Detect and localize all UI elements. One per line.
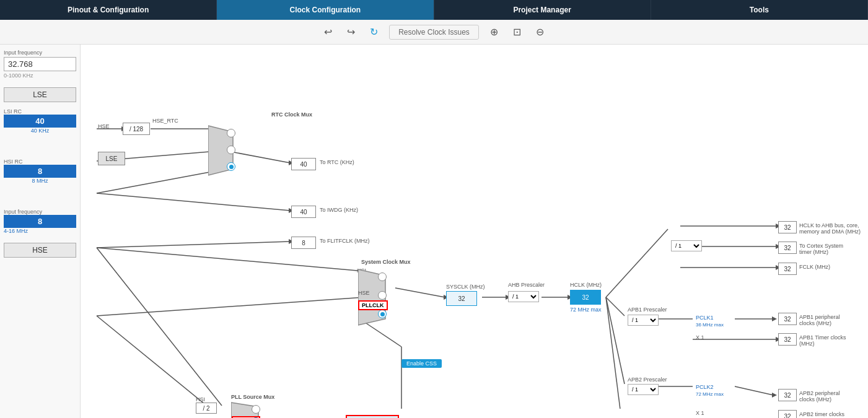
apb1-timer-label: APB1 Timer clocks (MHz): [799, 334, 854, 347]
apb1-timer-box[interactable]: 32: [778, 333, 797, 346]
pll-hsi-div2-box[interactable]: / 2: [196, 403, 217, 414]
svg-line-21: [606, 229, 668, 297]
svg-line-12: [97, 297, 364, 316]
pclk2-label: PCLK2: [696, 384, 714, 390]
pllclk-box[interactable]: PLLCLK: [358, 300, 388, 310]
sysclk-label: SYSCLK (MHz): [446, 284, 485, 290]
top-freq-section: Input frequency 32.768 0-1000 KHz: [4, 50, 76, 79]
freq-mhz: 4-16 MHz: [4, 228, 76, 234]
cortex-box[interactable]: 32: [778, 242, 797, 254]
toolbar: ↩ ↪ ↻ Resolve Clock Issues ⊕ ⊡ ⊖: [0, 20, 868, 45]
tab-project[interactable]: Project Manager: [434, 0, 651, 20]
cortex-div-select[interactable]: / 1: [671, 240, 702, 251]
sys-mux-radio-hsi[interactable]: [378, 272, 387, 281]
svg-line-20: [606, 297, 625, 384]
refresh-button[interactable]: ↻: [366, 24, 382, 40]
fclk-label: FCLK (MHz): [799, 264, 830, 270]
redo-button[interactable]: ↪: [343, 24, 359, 40]
pclk1-max: 36 MHz max: [696, 322, 724, 328]
sys-mux-radio-hse[interactable]: [378, 291, 387, 300]
svg-line-4: [97, 172, 209, 193]
to-flitf-label: To FLITFCLK (MHz): [320, 238, 370, 244]
hse-sys-label: HSE: [358, 290, 370, 296]
zoom-in-button[interactable]: ⊕: [486, 24, 502, 40]
diagram-canvas: RTC Clock Mux HSE / 128 HSE_RTC LSE 40 T…: [85, 50, 854, 409]
apb2-timer-box[interactable]: 32: [778, 410, 797, 418]
tab-pinout[interactable]: Pinout & Configuration: [0, 0, 217, 20]
input-freq-label-top: Input frequency: [4, 50, 76, 56]
svg-line-7: [97, 193, 290, 211]
sys-mux-radio-pllclk[interactable]: [378, 310, 387, 318]
freq-value-bottom[interactable]: 8: [4, 215, 76, 228]
hse-box[interactable]: HSE: [4, 243, 76, 258]
to-rtc-label: To RTC (KHz): [320, 159, 354, 165]
lsi-rc-label: LSI RC: [4, 108, 76, 115]
system-clock-mux-label: System Clock Mux: [361, 259, 411, 265]
main-area: Input frequency 32.768 0-1000 KHz LSE LS…: [0, 45, 868, 418]
to-iwdg-box[interactable]: 40: [291, 206, 316, 218]
cortex-label: To Cortex System timer (MHz): [799, 243, 854, 255]
apb2-periph-label: APB2 peripheral clocks (MHz): [799, 390, 854, 403]
tab-tools[interactable]: Tools: [651, 0, 868, 20]
ahb-div-select[interactable]: / 1: [508, 291, 539, 302]
to-rtc-box[interactable]: 40: [291, 158, 316, 170]
pll-hsi-label: HSI: [196, 396, 205, 403]
svg-line-48: [606, 297, 625, 409]
sysclk-box[interactable]: 32: [446, 291, 477, 306]
freq-value-top[interactable]: 32.768: [4, 57, 76, 71]
apb1-periph-box[interactable]: 32: [778, 313, 797, 325]
x1-apb2-label: X 1: [696, 410, 704, 416]
svg-line-9: [97, 242, 290, 248]
svg-line-29: [97, 316, 222, 409]
hse-rtc-label: HSE: [98, 123, 110, 129]
zoom-out-button[interactable]: ⊖: [532, 24, 548, 40]
lse-box[interactable]: LSE: [4, 87, 76, 102]
left-panel: Input frequency 32.768 0-1000 KHz LSE LS…: [0, 45, 81, 418]
rtc-mux-radio-lsi[interactable]: [227, 162, 235, 171]
hclk-box[interactable]: 32: [570, 290, 601, 305]
pclk1-label: PCLK1: [696, 315, 714, 321]
hclk-ahb-box[interactable]: 32: [778, 221, 797, 233]
bottom-freq-section: Input frequency 8 4-16 MHz: [4, 209, 76, 234]
hse-section: HSE: [4, 243, 76, 258]
tab-clock[interactable]: Clock Configuration: [217, 0, 434, 20]
svg-line-11: [97, 248, 364, 271]
lse-section: LSE: [4, 87, 76, 102]
apb1-periph-label: APB1 peripheral clocks (MHz): [799, 314, 854, 326]
input-freq-label-bottom: Input frequency: [4, 209, 76, 215]
apb2-timer-label: APB2 timer clocks (MHz): [799, 411, 854, 418]
svg-line-28: [97, 248, 222, 406]
hsi-value[interactable]: 8: [4, 165, 76, 178]
apb2-prescaler-label: APB2 Prescaler: [628, 377, 667, 383]
fclk-box[interactable]: 32: [778, 263, 797, 275]
rtc-mux-radio-lse[interactable]: [227, 146, 235, 154]
ahb-prescaler-label: AHB Prescaler: [508, 282, 545, 288]
apb1-div-select[interactable]: / 1: [628, 315, 659, 326]
pllmul-box: *PllMul X 4 X 6 X 8 X 9: [346, 415, 399, 418]
svg-marker-24: [772, 316, 777, 321]
lsi-khz: 40 KHz: [4, 128, 76, 134]
apb2-periph-box[interactable]: 32: [778, 389, 797, 401]
fit-button[interactable]: ⊡: [509, 24, 525, 40]
lsi-value[interactable]: 40: [4, 115, 76, 128]
to-flitf-box[interactable]: 8: [291, 237, 316, 249]
hclk-ahb-label: HCLK to AHB bus, core, memory and DMA (M…: [799, 222, 861, 235]
svg-line-5: [234, 152, 290, 163]
hsi-section: HSI RC 8 8 MHz: [4, 159, 76, 184]
rtc-clock-mux-label: RTC Clock Mux: [271, 111, 312, 118]
pll-mux-radio-hsi[interactable]: [252, 405, 260, 414]
pclk2-max: 72 MHz max: [696, 391, 724, 397]
rtc-mux-radio-hse[interactable]: [227, 129, 235, 137]
apb1-prescaler-label: APB1 Prescaler: [628, 307, 667, 313]
x1-apb1-label: X 1: [696, 334, 704, 341]
hclk-max: 72 MHz max: [570, 307, 602, 313]
enable-css-button[interactable]: Enable CSS: [401, 359, 442, 368]
resolve-clock-issues-button[interactable]: Resolve Clock Issues: [389, 25, 479, 40]
lse-diagram-box[interactable]: LSE: [98, 152, 125, 165]
div128-box[interactable]: / 128: [123, 123, 150, 135]
lsi-section: LSI RC 40 40 KHz: [4, 108, 76, 134]
hsi-rc-label: HSI RC: [4, 159, 76, 165]
hse-rtc-text: HSE_RTC: [152, 118, 178, 124]
undo-button[interactable]: ↩: [320, 24, 336, 40]
apb2-div-select[interactable]: / 1: [628, 384, 659, 395]
